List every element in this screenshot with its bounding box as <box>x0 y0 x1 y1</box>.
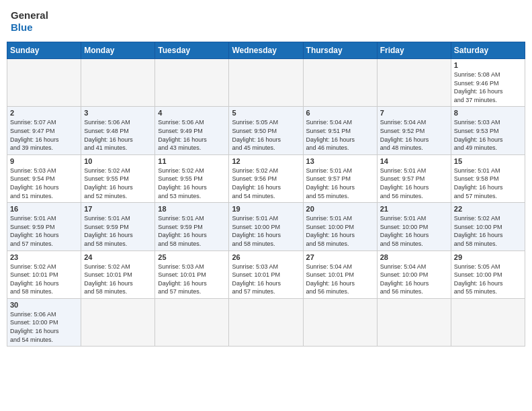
calendar-cell: 16Sunrise: 5:01 AMSunset: 9:59 PMDayligh… <box>7 203 81 250</box>
day-number: 11 <box>158 157 226 165</box>
day-info: Sunrise: 5:08 AMSunset: 9:46 PMDaylight:… <box>454 71 522 104</box>
day-number: 6 <box>306 109 374 117</box>
day-number: 8 <box>454 109 522 117</box>
day-info: Sunrise: 5:03 AMSunset: 10:01 PMDaylight… <box>232 263 300 296</box>
logo-general-text: General <box>11 9 48 21</box>
day-number: 26 <box>232 253 300 261</box>
calendar-cell <box>377 298 451 346</box>
calendar-cell: 24Sunrise: 5:02 AMSunset: 10:01 PMDaylig… <box>81 250 155 298</box>
col-header-tuesday: Tuesday <box>155 42 229 59</box>
calendar-cell: 14Sunrise: 5:01 AMSunset: 9:57 PMDayligh… <box>377 154 451 202</box>
col-header-friday: Friday <box>377 42 451 59</box>
calendar-cell <box>377 59 451 107</box>
day-info: Sunrise: 5:04 AMSunset: 9:51 PMDaylight:… <box>306 118 374 152</box>
calendar-week-row: 9Sunrise: 5:03 AMSunset: 9:54 PMDaylight… <box>7 154 525 202</box>
day-info: Sunrise: 5:01 AMSunset: 9:59 PMDaylight:… <box>158 214 226 248</box>
day-info: Sunrise: 5:05 AMSunset: 10:00 PMDaylight… <box>454 263 522 296</box>
day-info: Sunrise: 5:01 AMSunset: 9:59 PMDaylight:… <box>10 214 78 248</box>
day-info: Sunrise: 5:02 AMSunset: 9:55 PMDaylight:… <box>158 167 226 200</box>
calendar-cell <box>81 298 155 346</box>
day-info: Sunrise: 5:04 AMSunset: 10:01 PMDaylight… <box>306 263 374 296</box>
day-info: Sunrise: 5:03 AMSunset: 9:53 PMDaylight:… <box>454 118 522 152</box>
day-number: 15 <box>454 157 522 165</box>
calendar-cell: 8Sunrise: 5:03 AMSunset: 9:53 PMDaylight… <box>451 107 525 154</box>
day-number: 20 <box>306 205 374 213</box>
calendar-cell: 7Sunrise: 5:04 AMSunset: 9:52 PMDaylight… <box>377 107 451 154</box>
col-header-wednesday: Wednesday <box>229 42 303 59</box>
day-info: Sunrise: 5:01 AMSunset: 9:59 PMDaylight:… <box>84 214 152 248</box>
calendar-cell: 28Sunrise: 5:04 AMSunset: 10:00 PMDaylig… <box>377 250 451 298</box>
calendar-cell <box>155 298 229 346</box>
day-info: Sunrise: 5:02 AMSunset: 10:00 PMDaylight… <box>454 214 522 248</box>
calendar-cell: 3Sunrise: 5:06 AMSunset: 9:48 PMDaylight… <box>81 107 155 154</box>
calendar-cell: 13Sunrise: 5:01 AMSunset: 9:57 PMDayligh… <box>303 154 377 202</box>
page-header: General Blue General Blue <box>7 7 525 36</box>
day-info: Sunrise: 5:04 AMSunset: 10:00 PMDaylight… <box>380 263 448 296</box>
col-header-thursday: Thursday <box>303 42 377 59</box>
day-number: 2 <box>10 109 78 117</box>
calendar-cell <box>81 59 155 107</box>
calendar-cell: 12Sunrise: 5:02 AMSunset: 9:56 PMDayligh… <box>229 154 303 202</box>
calendar-table: SundayMondayTuesdayWednesdayThursdayFrid… <box>7 42 525 347</box>
day-info: Sunrise: 5:06 AMSunset: 10:00 PMDaylight… <box>10 310 78 344</box>
day-number: 14 <box>380 157 448 165</box>
day-info: Sunrise: 5:03 AMSunset: 10:01 PMDaylight… <box>158 263 226 296</box>
day-number: 3 <box>84 109 152 117</box>
day-info: Sunrise: 5:04 AMSunset: 9:52 PMDaylight:… <box>380 118 448 152</box>
day-info: Sunrise: 5:05 AMSunset: 9:50 PMDaylight:… <box>232 118 300 152</box>
day-number: 28 <box>380 253 448 261</box>
day-number: 7 <box>380 109 448 117</box>
calendar-cell: 26Sunrise: 5:03 AMSunset: 10:01 PMDaylig… <box>229 250 303 298</box>
calendar-cell <box>303 59 377 107</box>
calendar-week-row: 1Sunrise: 5:08 AMSunset: 9:46 PMDaylight… <box>7 59 525 107</box>
day-number: 30 <box>10 301 78 309</box>
day-number: 29 <box>454 253 522 261</box>
day-number: 13 <box>306 157 374 165</box>
day-info: Sunrise: 5:03 AMSunset: 9:54 PMDaylight:… <box>10 167 78 200</box>
day-info: Sunrise: 5:01 AMSunset: 10:00 PMDaylight… <box>306 214 374 248</box>
calendar-cell: 4Sunrise: 5:06 AMSunset: 9:49 PMDaylight… <box>155 107 229 154</box>
calendar-cell: 17Sunrise: 5:01 AMSunset: 9:59 PMDayligh… <box>81 203 155 250</box>
day-info: Sunrise: 5:02 AMSunset: 10:01 PMDaylight… <box>84 263 152 296</box>
day-info: Sunrise: 5:01 AMSunset: 9:58 PMDaylight:… <box>454 167 522 200</box>
calendar-cell: 27Sunrise: 5:04 AMSunset: 10:01 PMDaylig… <box>303 250 377 298</box>
day-info: Sunrise: 5:06 AMSunset: 9:48 PMDaylight:… <box>84 118 152 152</box>
calendar-cell: 30Sunrise: 5:06 AMSunset: 10:00 PMDaylig… <box>7 298 81 346</box>
calendar-cell: 2Sunrise: 5:07 AMSunset: 9:47 PMDaylight… <box>7 107 81 154</box>
col-header-sunday: Sunday <box>7 42 81 59</box>
day-info: Sunrise: 5:06 AMSunset: 9:49 PMDaylight:… <box>158 118 226 152</box>
day-number: 5 <box>232 109 300 117</box>
day-info: Sunrise: 5:01 AMSunset: 10:00 PMDaylight… <box>380 214 448 248</box>
calendar-cell: 25Sunrise: 5:03 AMSunset: 10:01 PMDaylig… <box>155 250 229 298</box>
day-info: Sunrise: 5:07 AMSunset: 9:47 PMDaylight:… <box>10 118 78 152</box>
calendar-cell: 23Sunrise: 5:02 AMSunset: 10:01 PMDaylig… <box>7 250 81 298</box>
calendar-week-row: 2Sunrise: 5:07 AMSunset: 9:47 PMDaylight… <box>7 107 525 154</box>
calendar-cell: 9Sunrise: 5:03 AMSunset: 9:54 PMDaylight… <box>7 154 81 202</box>
calendar-cell <box>229 298 303 346</box>
day-info: Sunrise: 5:01 AMSunset: 10:00 PMDaylight… <box>232 214 300 248</box>
day-info: Sunrise: 5:02 AMSunset: 9:56 PMDaylight:… <box>232 167 300 200</box>
calendar-cell: 21Sunrise: 5:01 AMSunset: 10:00 PMDaylig… <box>377 203 451 250</box>
day-info: Sunrise: 5:01 AMSunset: 9:57 PMDaylight:… <box>380 167 448 200</box>
col-header-monday: Monday <box>81 42 155 59</box>
calendar-header-row: SundayMondayTuesdayWednesdayThursdayFrid… <box>7 42 525 59</box>
calendar-cell <box>229 59 303 107</box>
day-number: 22 <box>454 205 522 213</box>
calendar-week-row: 23Sunrise: 5:02 AMSunset: 10:01 PMDaylig… <box>7 250 525 298</box>
calendar-cell: 20Sunrise: 5:01 AMSunset: 10:00 PMDaylig… <box>303 203 377 250</box>
logo: General Blue General Blue <box>11 9 48 34</box>
day-number: 23 <box>10 253 78 261</box>
day-number: 10 <box>84 157 152 165</box>
day-number: 27 <box>306 253 374 261</box>
calendar-cell: 1Sunrise: 5:08 AMSunset: 9:46 PMDaylight… <box>451 59 525 107</box>
day-number: 9 <box>10 157 78 165</box>
day-number: 18 <box>158 205 226 213</box>
day-info: Sunrise: 5:01 AMSunset: 9:57 PMDaylight:… <box>306 167 374 200</box>
calendar-cell: 18Sunrise: 5:01 AMSunset: 9:59 PMDayligh… <box>155 203 229 250</box>
day-number: 25 <box>158 253 226 261</box>
day-number: 1 <box>454 61 522 69</box>
day-number: 4 <box>158 109 226 117</box>
calendar-cell: 19Sunrise: 5:01 AMSunset: 10:00 PMDaylig… <box>229 203 303 250</box>
day-number: 16 <box>10 205 78 213</box>
calendar-cell: 29Sunrise: 5:05 AMSunset: 10:00 PMDaylig… <box>451 250 525 298</box>
